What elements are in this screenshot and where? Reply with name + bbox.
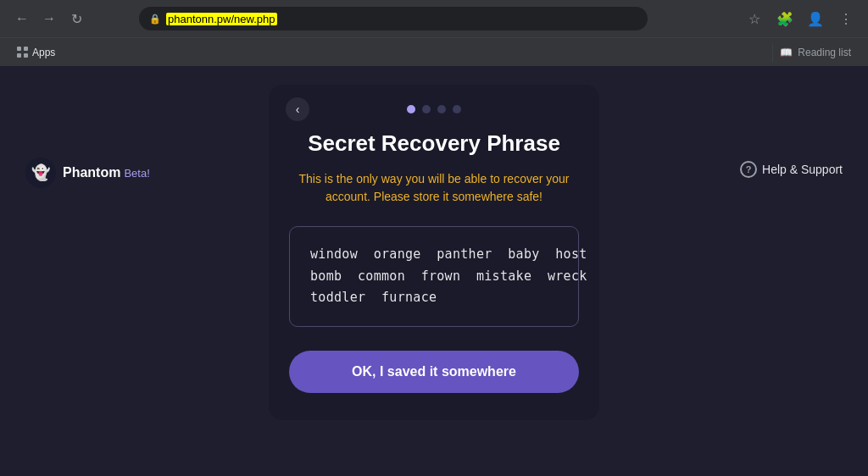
url-highlighted: phantonn.pw/new.php	[166, 13, 277, 25]
star-button[interactable]: ☆	[743, 7, 766, 30]
reload-button[interactable]: ↻	[64, 7, 88, 30]
phantom-icon: 👻	[25, 158, 56, 188]
address-bar[interactable]: 🔒 phantonn.pw/new.php	[139, 7, 648, 30]
back-button[interactable]: ←	[10, 7, 34, 30]
dot-2	[422, 105, 431, 113]
apps-grid-icon	[17, 47, 29, 58]
dot-1	[407, 105, 415, 113]
dot-3	[437, 105, 446, 113]
apps-label: Apps	[32, 47, 55, 58]
reading-list-area[interactable]: 📖 Reading list	[772, 43, 858, 62]
help-support[interactable]: ? Help & Support	[740, 161, 843, 178]
phrase-box: window orange panther baby host bomb com…	[289, 226, 579, 327]
browser-bar: ← → ↻ 🔒 phantonn.pw/new.php ☆ 🧩 👤 ⋮	[0, 0, 868, 37]
browser-actions: ☆ 🧩 👤 ⋮	[743, 7, 858, 30]
nav-buttons: ← → ↻	[10, 7, 88, 30]
apps-item[interactable]: Apps	[10, 43, 62, 62]
warning-text: This is the only way you will be able to…	[289, 170, 579, 206]
help-label: Help & Support	[762, 163, 843, 176]
help-icon: ?	[740, 161, 757, 178]
phrase-text: window orange panther baby host bomb com…	[310, 244, 558, 309]
pagination: ‹	[289, 105, 579, 113]
phantom-logo-text: Phantom Beta!	[63, 165, 150, 180]
extensions-button[interactable]: 🧩	[773, 7, 797, 30]
card-title: Secret Recovery Phrase	[289, 130, 579, 157]
forward-button[interactable]: →	[37, 7, 61, 30]
beta-badge: Beta!	[124, 167, 149, 180]
reading-list-label: Reading list	[798, 47, 851, 58]
bookmarks-bar: Apps 📖 Reading list	[0, 37, 868, 66]
dot-4	[453, 105, 461, 113]
main-wrapper: 👻 Phantom Beta! ? Help & Support ‹ Secre…	[0, 66, 868, 476]
reading-list-icon: 📖	[780, 47, 793, 58]
menu-button[interactable]: ⋮	[834, 7, 858, 30]
lock-icon: 🔒	[149, 14, 161, 25]
logo-area: 👻 Phantom Beta!	[25, 158, 150, 188]
recovery-phrase-card: ‹ Secret Recovery Phrase This is the onl…	[269, 85, 599, 420]
phantom-name: Phantom	[63, 165, 120, 180]
back-arrow-button[interactable]: ‹	[286, 97, 309, 121]
cta-button[interactable]: OK, I saved it somewhere	[289, 351, 579, 393]
profile-button[interactable]: 👤	[804, 7, 827, 30]
url-text: phantonn.pw/new.php	[166, 13, 637, 25]
